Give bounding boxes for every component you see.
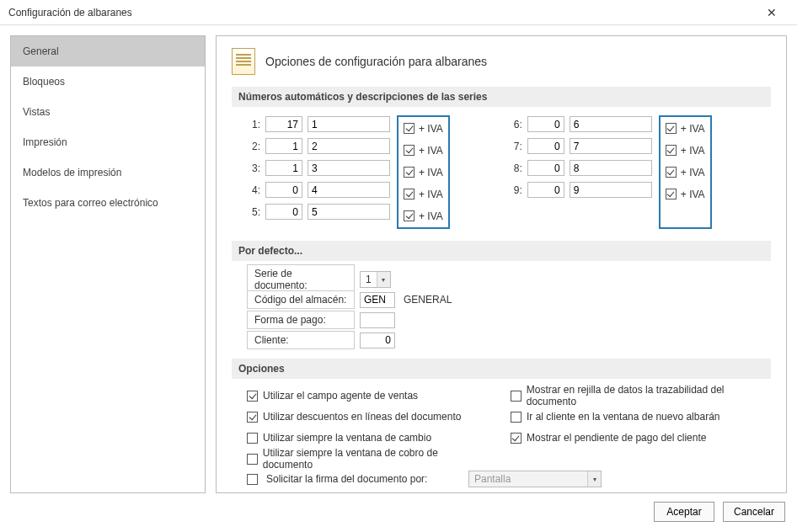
series-number-input[interactable] [265, 204, 302, 220]
iva-checkbox[interactable] [666, 123, 677, 134]
series-row: 7: [509, 137, 652, 155]
option-checkbox[interactable] [247, 412, 258, 423]
option-row: Mostrar el pendiente de pago del cliente [511, 429, 771, 446]
series-index-label: 8: [509, 162, 522, 174]
series-number-input[interactable] [527, 182, 564, 198]
series-number-input[interactable] [527, 160, 564, 176]
option-row: Utilizar siempre la ventana de cobro de … [247, 450, 485, 467]
iva-checkbox[interactable] [666, 145, 677, 156]
document-icon [232, 48, 255, 75]
option-checkbox[interactable] [511, 412, 522, 423]
series-row: 3: [247, 159, 390, 177]
series-row: 1: [247, 115, 390, 133]
iva-checkbox[interactable] [666, 167, 677, 178]
series-desc-input[interactable] [570, 116, 652, 132]
iva-checkbox[interactable] [404, 210, 415, 221]
almacen-code-input[interactable] [360, 292, 395, 308]
sidebar: GeneralBloqueosVistasImpresiónModelos de… [10, 35, 206, 493]
series-desc-input[interactable] [570, 182, 652, 198]
option-row: Mostrar en rejilla de datos la trazabili… [511, 387, 771, 404]
precio-dropdown[interactable]: Mostrar los últimos aplicados en el artí… [446, 492, 771, 493]
iva-group-right: + IVA+ IVA+ IVA+ IVA [659, 115, 712, 229]
option-row: Ir al cliente en la ventana de nuevo alb… [511, 408, 771, 425]
iva-label: + IVA [681, 167, 705, 178]
option-checkbox[interactable] [247, 454, 258, 465]
serie-dropdown[interactable]: 1 ▾ [360, 271, 391, 288]
chevron-down-icon[interactable]: ▾ [587, 471, 601, 487]
sidebar-item-1[interactable]: Bloqueos [11, 66, 205, 97]
series-index-label: 6: [509, 119, 522, 130]
option-row: Utilizar descuentos en líneas del docume… [247, 408, 485, 425]
section-defaults-title: Por defecto... [232, 241, 771, 261]
iva-checkbox[interactable] [404, 189, 415, 200]
iva-checkbox[interactable] [404, 167, 415, 178]
option-checkbox[interactable] [247, 391, 258, 402]
series-index-label: 4: [247, 184, 260, 196]
series-row: 5: [247, 203, 390, 221]
cancel-button[interactable]: Cancelar [723, 502, 785, 522]
series-number-input[interactable] [527, 138, 564, 154]
series-row: 8: [509, 159, 652, 177]
iva-label: + IVA [419, 189, 443, 200]
iva-label: + IVA [681, 123, 705, 135]
series-index-label: 1: [247, 119, 260, 130]
iva-label: + IVA [419, 210, 443, 222]
window-title: Configuración de albaranes [8, 7, 755, 19]
option-label: Mostrar en rejilla de datos la trazabili… [527, 384, 771, 407]
series-row: 6: [509, 115, 652, 133]
iva-label: + IVA [681, 189, 705, 200]
series-desc-input[interactable] [308, 182, 390, 198]
option-checkbox[interactable] [247, 433, 258, 444]
series-number-input[interactable] [265, 116, 302, 132]
iva-group-left: + IVA+ IVA+ IVA+ IVA+ IVA [397, 115, 450, 229]
cliente-input[interactable] [360, 332, 395, 348]
page-title: Opciones de configuración para albaranes [265, 55, 487, 68]
iva-label: + IVA [419, 123, 443, 135]
series-desc-input[interactable] [308, 160, 390, 176]
option-checkbox[interactable] [511, 433, 522, 444]
series-desc-input[interactable] [308, 138, 390, 154]
close-button[interactable]: ✕ [755, 1, 789, 24]
iva-label: + IVA [681, 145, 705, 157]
firma-checkbox[interactable] [247, 474, 258, 485]
almacen-label: Código del almacén: [247, 290, 355, 309]
option-label: Utilizar descuentos en líneas del docume… [263, 411, 461, 423]
sidebar-item-4[interactable]: Modelos de impresión [11, 157, 205, 188]
series-index-label: 9: [509, 184, 522, 196]
series-number-input[interactable] [265, 182, 302, 198]
option-row: Utilizar el campo agente de ventas [247, 387, 485, 404]
almacen-name: GENERAL [404, 294, 452, 306]
sidebar-item-3[interactable]: Impresión [11, 127, 205, 157]
series-index-label: 7: [509, 141, 522, 152]
series-number-input[interactable] [265, 138, 302, 154]
pago-input[interactable] [360, 312, 395, 328]
iva-checkbox[interactable] [666, 189, 677, 200]
sidebar-item-5[interactable]: Textos para correo electrónico [11, 188, 205, 218]
iva-label: + IVA [419, 145, 443, 157]
option-label: Utilizar el campo agente de ventas [263, 390, 418, 402]
accept-button[interactable]: Aceptar [654, 502, 714, 522]
series-number-input[interactable] [265, 160, 302, 176]
series-index-label: 5: [247, 206, 260, 218]
series-desc-input[interactable] [308, 204, 390, 220]
series-row: 9: [509, 181, 652, 199]
series-row: 2: [247, 137, 390, 155]
iva-label: + IVA [419, 167, 443, 178]
series-desc-input[interactable] [308, 116, 390, 132]
firma-dropdown[interactable]: Pantalla ▾ [468, 471, 602, 487]
series-index-label: 3: [247, 162, 260, 174]
option-row: Utilizar siempre la ventana de cambio [247, 429, 485, 446]
option-checkbox[interactable] [511, 391, 522, 402]
series-number-input[interactable] [527, 116, 564, 132]
series-desc-input[interactable] [570, 160, 652, 176]
sidebar-item-0[interactable]: General [11, 36, 205, 66]
series-desc-input[interactable] [570, 138, 652, 154]
iva-checkbox[interactable] [404, 123, 415, 134]
series-index-label: 2: [247, 141, 260, 152]
option-label: Ir al cliente en la ventana de nuevo alb… [527, 411, 720, 423]
sidebar-item-2[interactable]: Vistas [11, 97, 205, 127]
iva-checkbox[interactable] [404, 145, 415, 156]
titlebar: Configuración de albaranes ✕ [0, 0, 797, 25]
main-panel: Opciones de configuración para albaranes… [216, 35, 787, 493]
chevron-down-icon[interactable]: ▾ [377, 272, 390, 287]
